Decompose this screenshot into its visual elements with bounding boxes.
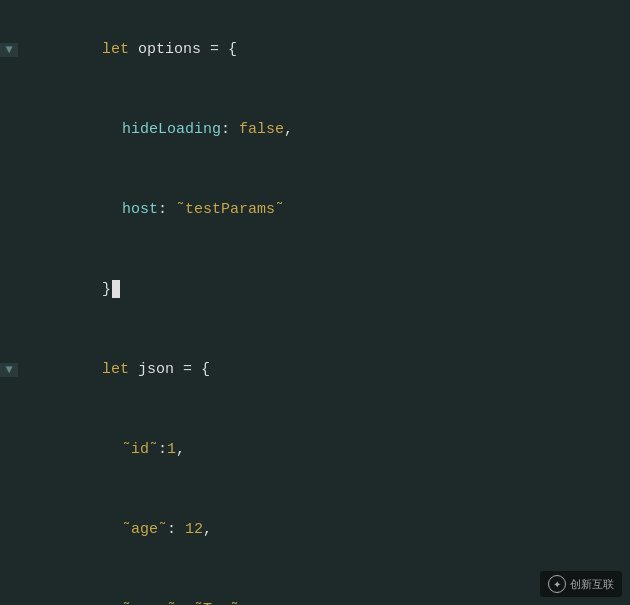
punct: , [203, 521, 212, 538]
fold-1: ▼ [0, 43, 18, 57]
punct: : [167, 521, 185, 538]
string: ˜age˜ [122, 521, 167, 538]
watermark-text: 创新互联 [570, 577, 614, 592]
line-content-7: ˜age˜: 12, [18, 491, 212, 569]
punct: : [176, 601, 194, 605]
line-content-5: let json = { [18, 331, 210, 409]
punct: = { [201, 41, 237, 58]
text-cursor [112, 280, 120, 298]
line-6: ˜id˜:1, [0, 410, 630, 490]
string: ˜Tom˜ [194, 601, 239, 605]
gutter-5: ▼ [0, 363, 18, 377]
number: 1 [167, 441, 176, 458]
prop: host [122, 201, 158, 218]
line-content-2: hideLoading: false, [18, 91, 293, 169]
gutter-1: ▼ [0, 43, 18, 57]
fold-5: ▼ [0, 363, 18, 377]
bool: false [239, 121, 284, 138]
line-7: ˜age˜: 12, [0, 490, 630, 570]
line-4: } [0, 250, 630, 330]
line-content-8: ˜name˜: ˜Tom˜, [18, 571, 248, 605]
line-content-6: ˜id˜:1, [18, 411, 185, 489]
keyword: let [102, 361, 138, 378]
line-8: ˜name˜: ˜Tom˜, [0, 570, 630, 605]
varname: json [138, 361, 174, 378]
watermark-icon: ✦ [548, 575, 566, 593]
line-content-1: let options = { [18, 11, 237, 89]
line-5: ▼ let json = { [0, 330, 630, 410]
punct: } [102, 281, 111, 298]
punct: , [239, 601, 248, 605]
line-1: ▼ let options = { [0, 10, 630, 90]
keyword: let [102, 41, 138, 58]
varname: options [138, 41, 201, 58]
line-content-3: host: ˜testParams˜ [18, 171, 284, 249]
code-editor: ▼ let options = { hideLoading: false, ho… [0, 0, 630, 605]
punct: : [158, 201, 176, 218]
line-2: hideLoading: false, [0, 90, 630, 170]
line-content-4: } [18, 251, 120, 329]
string: ˜id˜ [122, 441, 158, 458]
punct: = { [174, 361, 210, 378]
string: ˜name˜ [122, 601, 176, 605]
line-3: host: ˜testParams˜ [0, 170, 630, 250]
punct: : [221, 121, 239, 138]
punct: , [176, 441, 185, 458]
prop: hideLoading [122, 121, 221, 138]
string: ˜testParams˜ [176, 201, 284, 218]
punct: : [158, 441, 167, 458]
punct: , [284, 121, 293, 138]
number: 12 [185, 521, 203, 538]
watermark: ✦ 创新互联 [540, 571, 622, 597]
code-lines: ▼ let options = { hideLoading: false, ho… [0, 10, 630, 605]
